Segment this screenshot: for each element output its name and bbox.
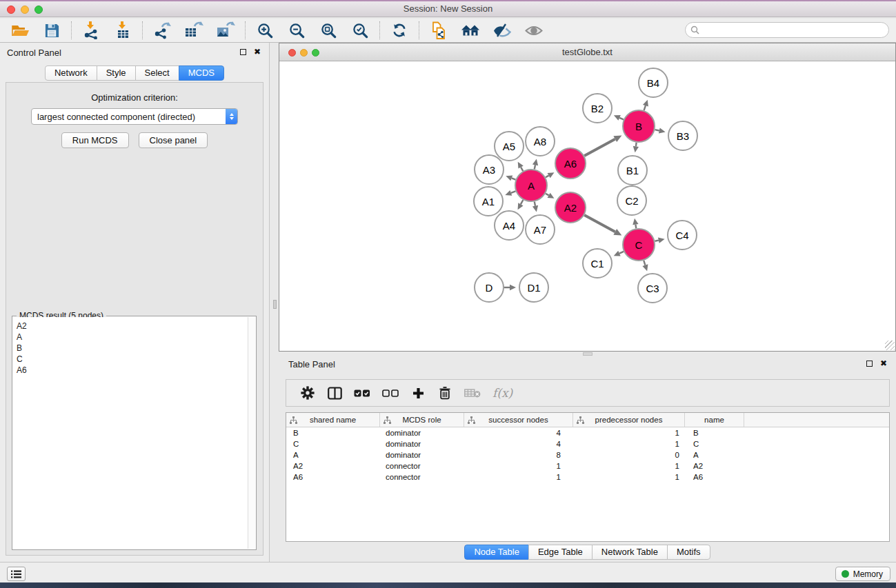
search-input[interactable]	[699, 26, 888, 35]
tab-select[interactable]: Select	[135, 65, 179, 81]
export-network-icon[interactable]	[152, 21, 172, 40]
column-header-predecessor-nodes[interactable]: predecessor nodes	[573, 413, 685, 427]
settings-icon[interactable]	[300, 384, 315, 402]
select-all-icon[interactable]	[354, 384, 370, 402]
table-cell[interactable]: B	[685, 427, 744, 438]
edge-C-C2[interactable]	[635, 225, 636, 229]
table-cell[interactable]: 1	[464, 472, 573, 483]
table-cell[interactable]: 1	[464, 460, 573, 472]
zoom-window-button[interactable]	[34, 6, 43, 14]
table-row[interactable]: Cdominator41C	[286, 438, 889, 449]
close-panel-button[interactable]: Close panel	[139, 132, 208, 148]
run-mcds-button[interactable]: Run MCDS	[61, 132, 129, 148]
search-box[interactable]	[685, 22, 889, 38]
show-graphics-details-icon[interactable]	[524, 21, 544, 40]
edge-A-A2[interactable]	[546, 194, 549, 196]
edge-A-A7[interactable]	[535, 202, 535, 206]
table-cell[interactable]: 1	[573, 427, 685, 438]
table-cell[interactable]: connector	[380, 472, 464, 483]
table-row[interactable]: A6connector11A6	[286, 472, 889, 483]
edge-B-B1[interactable]	[636, 143, 637, 147]
close-panel-icon[interactable]: ✖	[254, 48, 261, 55]
minimize-window-button[interactable]	[21, 6, 29, 14]
columns-icon[interactable]	[327, 384, 342, 402]
result-list-item[interactable]: B	[17, 343, 247, 354]
maximize-view-button[interactable]	[312, 49, 319, 57]
table-cell[interactable]: 8	[464, 449, 573, 460]
table-cell[interactable]: B	[286, 427, 380, 438]
edge-A-A5[interactable]	[521, 168, 523, 172]
import-table-from-file-icon[interactable]	[112, 21, 133, 40]
table-row[interactable]: A2connector11A2	[286, 460, 889, 472]
criterion-dropdown[interactable]: largest connected component (directed)	[31, 108, 238, 125]
edge-C-C3[interactable]	[644, 261, 645, 265]
table-cell[interactable]: A	[286, 449, 380, 460]
tab-network-table[interactable]: Network Table	[592, 545, 668, 560]
refresh-icon[interactable]	[389, 21, 410, 40]
open-session-icon[interactable]	[10, 21, 30, 40]
table-cell[interactable]: 0	[573, 449, 685, 460]
memory-button[interactable]: Memory	[835, 567, 890, 581]
resize-grip[interactable]	[885, 341, 895, 350]
table-row[interactable]: Adominator80A	[286, 449, 889, 460]
deselect-all-icon[interactable]	[382, 384, 399, 402]
edge-A2-C[interactable]	[584, 215, 615, 232]
minimize-view-button[interactable]	[300, 49, 308, 57]
table-cell[interactable]: 4	[464, 427, 573, 438]
close-table-panel-icon[interactable]: ✖	[880, 360, 887, 367]
table-row[interactable]: Bdominator41B	[286, 427, 889, 438]
vertical-splitter-handle[interactable]	[273, 300, 277, 309]
close-view-button[interactable]	[288, 49, 296, 57]
edge-C-C1[interactable]	[619, 252, 624, 254]
table-cell[interactable]: connector	[380, 460, 464, 472]
table-cell[interactable]: 1	[573, 438, 685, 449]
table-cell[interactable]: A6	[685, 472, 744, 483]
zoom-out-icon[interactable]	[286, 21, 307, 40]
home-icon[interactable]	[460, 21, 481, 40]
table-cell[interactable]: dominator	[380, 427, 464, 438]
table-cell[interactable]: 1	[573, 460, 685, 472]
hide-graphics-details-icon[interactable]	[492, 21, 512, 40]
result-scrollbar[interactable]	[248, 317, 255, 549]
column-header-shared-name[interactable]: shared name	[286, 413, 380, 427]
tab-edge-table[interactable]: Edge Table	[528, 545, 593, 560]
edge-A6-B[interactable]	[584, 139, 615, 156]
table-cell[interactable]: 1	[573, 472, 685, 483]
new-session-from-network-icon[interactable]	[428, 21, 449, 40]
edge-B-B4[interactable]	[644, 105, 646, 110]
zoom-in-icon[interactable]	[255, 21, 275, 40]
table-cell[interactable]: C	[685, 438, 744, 449]
edge-B-B2[interactable]	[619, 118, 624, 120]
table-cell[interactable]: C	[286, 438, 380, 449]
table-cell[interactable]: dominator	[380, 438, 464, 449]
edge-A-A3[interactable]	[512, 178, 516, 179]
edge-A-A4[interactable]	[521, 200, 523, 204]
fit-content-icon[interactable]	[318, 21, 339, 40]
export-table-icon[interactable]	[183, 21, 204, 40]
result-list-item[interactable]: A	[17, 332, 247, 343]
tab-style[interactable]: Style	[97, 65, 136, 81]
tab-motifs[interactable]: Motifs	[667, 545, 710, 560]
close-window-button[interactable]	[7, 6, 15, 14]
table-cell[interactable]: 4	[464, 438, 573, 449]
edge-C-C4[interactable]	[655, 241, 658, 241]
table-cell[interactable]: A2	[286, 460, 380, 472]
save-session-icon[interactable]	[41, 21, 62, 40]
export-image-icon[interactable]	[215, 21, 236, 40]
column-header-MCDS-role[interactable]: MCDS role	[380, 413, 464, 427]
result-list-item[interactable]: A6	[17, 365, 247, 376]
result-list-item[interactable]: A2	[17, 321, 247, 332]
float-panel-icon[interactable]	[240, 49, 246, 55]
network-window-titlebar[interactable]: testGlobe.txt	[279, 43, 895, 61]
tab-network[interactable]: Network	[45, 65, 97, 81]
edge-A-A6[interactable]	[546, 176, 549, 178]
tab-mcds[interactable]: MCDS	[179, 65, 224, 81]
show-panels-list-button[interactable]	[7, 567, 26, 581]
table-cell[interactable]: dominator	[380, 449, 464, 460]
table-cell[interactable]: A	[685, 449, 744, 460]
column-header-name[interactable]: name	[685, 413, 744, 427]
table-cell[interactable]: A2	[685, 460, 744, 472]
result-list-item[interactable]: C	[17, 354, 247, 365]
create-column-icon[interactable]	[410, 384, 426, 402]
import-network-from-file-icon[interactable]	[81, 21, 101, 40]
